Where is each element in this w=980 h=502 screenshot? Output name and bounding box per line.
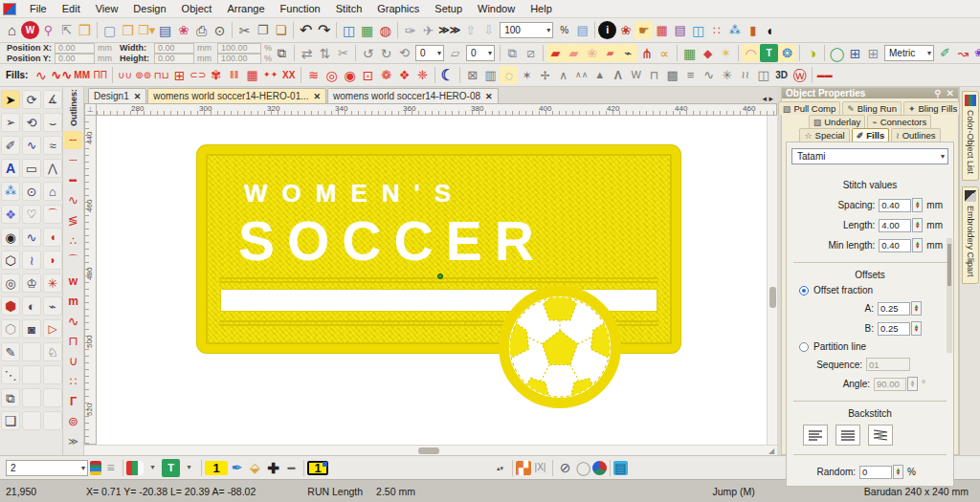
flower-play-icon[interactable]: ❀▸ (972, 44, 980, 62)
menu-item-file[interactable]: File (22, 1, 55, 16)
travel-ends-icon[interactable]: |X| (531, 459, 549, 477)
bling-tool-icon[interactable]: ❖ (1, 205, 20, 224)
properties-tab-pull-comp[interactable]: ▧Pull Comp (778, 101, 840, 115)
document-tab[interactable]: womens world soccer14-HERO-01...✕ (147, 88, 326, 103)
fill-texture-icon[interactable]: ▩ (663, 66, 681, 84)
fill-dots-icon[interactable]: ▦ (243, 66, 261, 84)
blank-g[interactable] (43, 411, 62, 430)
thread-spool-icon[interactable]: ▤ (613, 461, 628, 475)
small-patch-icon[interactable]: ▰ (601, 44, 619, 62)
units-combo[interactable]: Metric▾ (884, 45, 934, 61)
fill-spiral2-icon[interactable]: ◉ (341, 66, 359, 84)
outline-more-icon[interactable]: ≫ (64, 432, 82, 450)
fill-arcs-icon[interactable]: ≋ (304, 66, 323, 84)
triangle-feed-tool-icon[interactable]: ▷ (43, 319, 62, 338)
soccer-ball-graphic[interactable] (498, 285, 622, 409)
outline-run-icon[interactable]: ╌ (64, 131, 82, 149)
spiral-tool-icon[interactable]: ◎ (1, 273, 20, 293)
offset-b-spinner[interactable]: ▲▼ (911, 321, 922, 336)
bitmap-image-icon[interactable]: ▦ (680, 44, 699, 62)
save-send-icon[interactable]: ❀ (174, 21, 192, 39)
close-tab-icon[interactable]: ✕ (485, 92, 493, 101)
select-dots-tool-icon[interactable]: ⋱ (1, 365, 20, 384)
fill-lace2-icon[interactable]: ❖ (395, 66, 413, 84)
length-spinner[interactable]: ▲▼ (912, 218, 923, 232)
design-canvas[interactable]: WOMEN'S SOCCER (97, 116, 767, 445)
branching-icon[interactable]: ⋔ (637, 44, 656, 62)
menu-item-window[interactable]: Window (470, 1, 523, 16)
fill-3d-icon[interactable]: 3D (772, 66, 791, 84)
new-design-icon[interactable]: ▢ (100, 21, 119, 39)
menu-item-graphics[interactable]: Graphics (369, 1, 427, 16)
fill-satin-icon[interactable]: ∿ (32, 66, 50, 84)
fill-peaks-icon[interactable]: ∧∧ (572, 66, 590, 84)
horizontal-scrollbar[interactable] (84, 446, 766, 455)
team-names-icon[interactable]: ⁂ (725, 21, 744, 39)
hexagon-filled-tool-icon[interactable]: ⬢ (1, 296, 20, 316)
spool-icon[interactable]: ◫ (689, 21, 707, 39)
redo-icon[interactable]: ↷ (315, 21, 333, 39)
properties-tab-connectors[interactable]: ⌁Connectors (867, 115, 931, 128)
menu-item-arrange[interactable]: Arrange (219, 1, 272, 16)
fill-wheel-icon[interactable]: ✳ (718, 66, 736, 84)
tatami-patch-icon[interactable]: ▰ (565, 44, 583, 62)
pick-color-icon[interactable]: ✒ (228, 459, 246, 477)
open-folder-icon[interactable]: ❒ (76, 21, 94, 39)
spacing-spinner[interactable]: ▲▼ (912, 198, 923, 212)
hoop-pen-icon[interactable]: ✐ (936, 44, 954, 62)
outline-leaf-icon[interactable]: ❀ (583, 44, 601, 62)
mirror-merge-icon[interactable]: ✂ (334, 44, 352, 62)
fill-lace1-icon[interactable]: ❁ (377, 66, 395, 84)
pin-icon[interactable]: ⚲ (934, 88, 941, 98)
fill-loop-icon[interactable]: ∪∪ (116, 66, 134, 84)
wheel-red-tool-icon[interactable]: ✳ (43, 273, 62, 293)
star-shape-icon[interactable]: ✶ (717, 44, 735, 62)
fill-dashes-icon[interactable]: ▬▬ (815, 66, 834, 84)
fill-zigzag-w-icon[interactable]: W (627, 66, 645, 84)
cut-icon[interactable]: ✂ (235, 21, 254, 39)
fill-weave-icon[interactable]: ⊞ (170, 66, 189, 84)
product-more-icon[interactable]: ▾ (180, 459, 198, 477)
color-pie-icon[interactable] (592, 461, 607, 475)
bezier-node-tool-icon[interactable]: ∿ (22, 136, 41, 155)
balloon-icon[interactable]: ⚲ (39, 21, 57, 39)
menu-item-help[interactable]: Help (523, 1, 560, 16)
palette-more-icon[interactable]: ▾ (144, 459, 162, 477)
wilcom-logo-icon[interactable]: W (21, 21, 39, 39)
offset-fraction-radio[interactable] (799, 286, 809, 295)
mirror-ellipse-tool-icon[interactable]: ≈ (43, 136, 62, 155)
run-squiggle-tool-icon[interactable]: ∿ (22, 228, 41, 247)
blank-a[interactable] (22, 342, 41, 361)
fill-cross-icon[interactable]: XX (279, 66, 298, 84)
rotate-angle-field[interactable]: 0▾ (415, 45, 444, 61)
document-tab[interactable]: womens world soccer14-HERO-08✕ (327, 88, 499, 103)
color-swatch-1[interactable]: 1 (205, 461, 228, 475)
c-ring-tool-icon[interactable]: ◐ (22, 296, 41, 316)
fill-dotted-circle-icon[interactable]: ◌ (500, 66, 518, 84)
add-color-icon[interactable]: ✚ (264, 459, 282, 477)
menu-item-object[interactable]: Object (174, 1, 220, 16)
open-design-icon[interactable]: ❒ (119, 21, 137, 39)
neckline-icon[interactable]: ◠ (742, 44, 760, 62)
horizontal-scrollbar-thumb[interactable] (418, 447, 439, 454)
tab-embroidery-clipart[interactable]: Embroidery Clipart (962, 186, 979, 284)
import-design-icon[interactable]: ◍ (376, 21, 394, 39)
outline-motif-dots-icon[interactable]: ∴ (64, 231, 82, 250)
swap-squares-tool-icon[interactable]: ⧉ (1, 388, 20, 407)
stitch-list-combo[interactable]: 2▾ (6, 460, 88, 476)
send-design-icon[interactable]: ✈ (419, 21, 437, 39)
outline-wave-icon[interactable]: ∿ (64, 312, 82, 330)
fill-star-burst-icon[interactable]: ✶ (518, 66, 536, 84)
hexagon-ring-tool-icon[interactable]: ⬡ (1, 251, 20, 270)
fill-crosshatch-icon[interactable]: ⊠ (463, 66, 481, 84)
menu-item-design[interactable]: Design (125, 1, 173, 16)
palette-grid-icon[interactable] (126, 461, 144, 475)
menu-item-view[interactable]: View (88, 1, 126, 16)
blank-e[interactable] (43, 388, 62, 407)
fill-spiral-icon[interactable]: ◎ (323, 66, 341, 84)
percent-label-icon[interactable]: % (555, 21, 573, 39)
paste-icon[interactable]: ❏ (272, 21, 290, 39)
fill-satin-raised-icon[interactable]: ∿∿ (50, 66, 73, 84)
fill-moon-icon[interactable]: ☾ (438, 66, 457, 84)
partition-line-radio[interactable] (799, 342, 809, 352)
